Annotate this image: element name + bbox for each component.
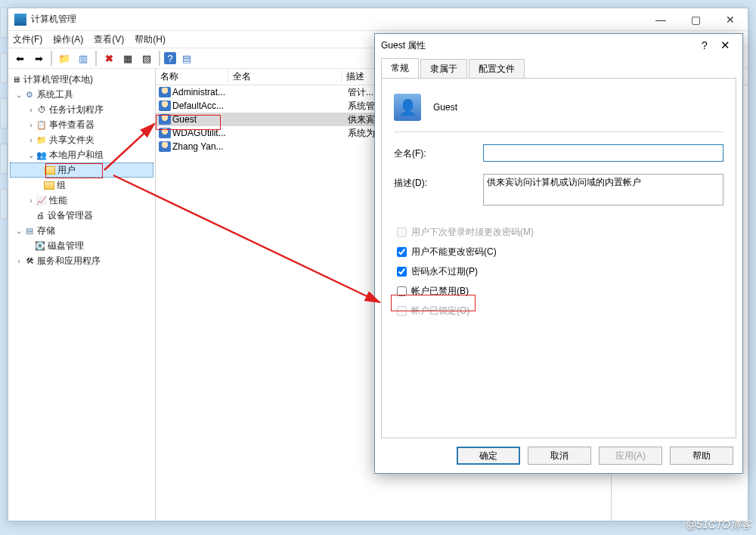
desktop-edge [0, 8, 8, 521]
dialog-button-bar: 确定 取消 应用(A) 帮助 [375, 438, 742, 473]
refresh-icon[interactable]: ▦ [119, 50, 136, 66]
description-input[interactable] [483, 174, 723, 206]
tree-storage[interactable]: ⌄存储 [10, 223, 153, 238]
chk-account-locked: 帐户已锁定(O) [394, 301, 723, 320]
tree-groups[interactable]: 组 [10, 178, 153, 193]
export-icon[interactable]: ▧ [138, 50, 155, 66]
maximize-button[interactable]: ▢ [678, 8, 713, 31]
description-label: 描述(D): [394, 174, 483, 190]
help-icon[interactable]: ? [164, 52, 176, 64]
delete-icon[interactable]: ✖ [101, 50, 117, 66]
tab-profile[interactable]: 配置文件 [469, 59, 525, 79]
app-icon [14, 14, 26, 26]
tree-disk-mgmt[interactable]: 💽磁盘管理 [10, 238, 153, 253]
tree-device-manager[interactable]: 🖨设备管理器 [10, 208, 153, 223]
titlebar[interactable]: 计算机管理 — ▢ ✕ [8, 8, 748, 31]
user-icon [159, 114, 171, 125]
minimize-button[interactable]: — [643, 8, 678, 31]
tree-users[interactable]: 用户 [10, 162, 153, 178]
tree-task-scheduler[interactable]: ›⏱任务计划程序 [10, 102, 153, 117]
tree-performance[interactable]: ›📈性能 [10, 193, 153, 208]
separator [95, 51, 97, 66]
tab-member-of[interactable]: 隶属于 [420, 59, 467, 79]
nav-back-icon[interactable]: ⬅ [11, 50, 28, 66]
tree-root[interactable]: 🖥计算机管理(本地) [10, 72, 153, 87]
tab-general[interactable]: 常规 [381, 58, 419, 79]
user-icon [159, 101, 171, 111]
tree-event-viewer[interactable]: ›📋事件查看器 [10, 117, 153, 132]
chk-account-disabled[interactable]: 帐户已禁用(B) [394, 281, 723, 301]
menu-action[interactable]: 操作(A) [53, 33, 83, 46]
watermark: @51CTO博客 [686, 518, 751, 532]
guest-properties-dialog: Guest 属性 ? ✕ 常规 隶属于 配置文件 👤 Guest 全名(F): … [374, 33, 743, 474]
chk-must-change: 用户下次登录时须更改密码(M) [394, 222, 723, 242]
user-icon [159, 128, 171, 138]
dialog-title: Guest 属性 [381, 39, 426, 52]
user-icon [159, 87, 171, 97]
tree-shared-folders[interactable]: ›📁共享文件夹 [10, 132, 153, 147]
close-button[interactable]: ✕ [713, 8, 748, 31]
user-icon [159, 141, 171, 152]
panel-icon[interactable]: ▥ [75, 50, 91, 66]
tab-strip: 常规 隶属于 配置文件 [375, 57, 742, 78]
dialog-help-icon[interactable]: ? [696, 39, 714, 51]
view-icon[interactable]: ▤ [178, 50, 195, 66]
tree-local-users[interactable]: ⌄👥本地用户和组 [10, 147, 153, 162]
separator [159, 51, 160, 66]
menu-view[interactable]: 查看(V) [94, 33, 124, 46]
nav-forward-icon[interactable]: ➡ [30, 50, 47, 66]
tree-system-tools[interactable]: ⌄系统工具 [10, 87, 153, 102]
chk-never-expire[interactable]: 密码永不过期(P) [394, 261, 723, 281]
account-avatar-icon: 👤 [394, 94, 421, 121]
chk-cannot-change[interactable]: 用户不能更改密码(C) [394, 242, 723, 261]
tree-services[interactable]: ›🛠服务和应用程序 [10, 253, 153, 268]
window-title: 计算机管理 [31, 13, 643, 26]
tree-pane[interactable]: 🖥计算机管理(本地) ⌄系统工具 ›⏱任务计划程序 ›📋事件查看器 ›📁共享文件… [8, 69, 156, 521]
cancel-button[interactable]: 取消 [528, 447, 591, 465]
dialog-titlebar[interactable]: Guest 属性 ? ✕ [375, 34, 742, 57]
ok-button[interactable]: 确定 [457, 447, 520, 465]
col-name[interactable]: 名称 [156, 70, 228, 83]
account-name: Guest [433, 102, 457, 113]
help-button[interactable]: 帮助 [670, 447, 733, 465]
menu-help[interactable]: 帮助(H) [135, 33, 166, 46]
menu-file[interactable]: 文件(F) [13, 33, 42, 46]
fullname-label: 全名(F): [394, 144, 483, 160]
fullname-input[interactable] [483, 144, 723, 162]
up-folder-icon[interactable]: 📁 [56, 50, 73, 66]
col-fullname[interactable]: 全名 [228, 70, 342, 83]
dialog-close-icon[interactable]: ✕ [714, 39, 736, 52]
apply-button[interactable]: 应用(A) [599, 447, 662, 465]
tab-pane-general: 👤 Guest 全名(F): 描述(D): 用户下次登录时须更改密码(M) 用户… [381, 78, 736, 438]
separator [51, 51, 52, 66]
